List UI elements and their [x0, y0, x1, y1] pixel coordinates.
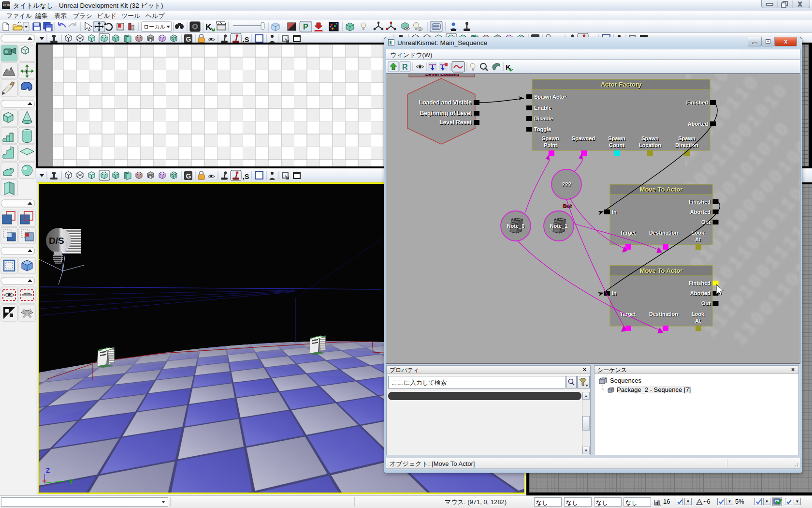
svg-text:Bot: Bot [563, 203, 572, 209]
svg-text:Level Reset: Level Reset [439, 119, 472, 126]
svg-text:Target: Target [620, 230, 636, 236]
svg-text:Spawn: Spawn [608, 135, 625, 141]
svg-text:Spawn: Spawn [678, 135, 696, 141]
svg-text:Count: Count [609, 142, 624, 148]
svg-text:Move To Actor: Move To Actor [640, 267, 683, 274]
svg-text:Finished: Finished [689, 280, 710, 286]
svg-text:P: P [303, 23, 308, 31]
svg-text:Move To Actor: Move To Actor [640, 186, 683, 193]
svg-text:Spawn: Spawn [542, 135, 559, 141]
svg-text:s: s [149, 175, 152, 179]
svg-text:Destination: Destination [649, 311, 678, 317]
svg-text:R: R [402, 63, 408, 71]
svg-text:Look: Look [692, 311, 705, 317]
svg-text:Z: Z [46, 467, 50, 474]
svg-text:Y: Y [69, 478, 73, 485]
svg-text:Beginning of Level: Beginning of Level [420, 110, 472, 117]
svg-text:In: In [612, 290, 617, 296]
svg-text:G: G [186, 172, 191, 180]
svg-text:Spawned: Spawned [572, 135, 595, 141]
svg-text:X: X [798, 1, 802, 8]
svg-text:K: K [205, 22, 212, 32]
svg-text:,S: ,S [243, 173, 249, 180]
svg-text:Out: Out [701, 219, 710, 225]
svg-text:ローカル: ローカル [144, 24, 166, 30]
svg-text:Loaded and Visible: Loaded and Visible [419, 99, 472, 106]
svg-text:Finished: Finished [689, 199, 710, 205]
svg-text:Finished: Finished [686, 100, 708, 105]
svg-text:Level Loaded: Level Loaded [425, 74, 459, 76]
svg-text:Disable: Disable [534, 116, 553, 121]
svg-text:Out: Out [701, 300, 710, 306]
svg-text:In: In [612, 209, 617, 215]
svg-text:Location: Location [639, 142, 661, 148]
svg-text:Note_1: Note_1 [550, 223, 568, 229]
svg-text:Aborted: Aborted [688, 121, 708, 127]
svg-text:???: ??? [562, 181, 571, 187]
svg-text:Destination: Destination [649, 230, 678, 236]
svg-text:D/S: D/S [49, 236, 64, 246]
svg-text:G: G [186, 35, 191, 43]
svg-text:s: s [149, 38, 152, 43]
svg-text:At: At [695, 318, 701, 324]
svg-text:Spawn Actor: Spawn Actor [534, 94, 567, 100]
svg-text:Enable: Enable [534, 105, 551, 111]
svg-text:Target: Target [620, 311, 636, 317]
svg-text:T: T [25, 69, 28, 75]
svg-text:Actor Factory: Actor Factory [601, 81, 642, 88]
svg-text:Aborted: Aborted [690, 209, 710, 215]
svg-text:Direction: Direction [675, 142, 698, 148]
svg-text:At: At [695, 237, 701, 242]
svg-text:Aborted: Aborted [690, 290, 710, 296]
svg-text:Spawn: Spawn [641, 135, 659, 141]
svg-text:Point: Point [544, 142, 557, 148]
svg-text:Toggle: Toggle [534, 126, 551, 132]
svg-text:Note_0: Note_0 [507, 223, 525, 229]
